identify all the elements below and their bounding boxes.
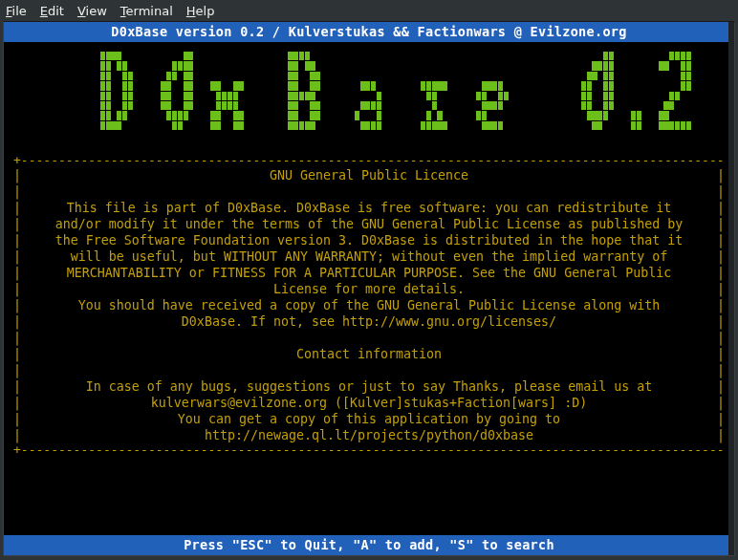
licence-line: |Contact information| [13,346,725,362]
menu-view[interactable]: View [77,4,107,18]
licence-text: This file is part of D0xBase. D0xBase is… [23,200,715,216]
licence-text: kulverwars@evilzone.org ([Kulver]stukas+… [23,395,715,411]
licence-line: |In case of any bugs, suggestions or jus… [13,378,725,395]
menu-terminal[interactable]: Terminal [120,4,173,18]
title-bar: D0xBase version 0.2 / Kulverstukas && Fa… [4,22,734,42]
key-a: "A" [353,537,377,552]
ascii-logo [4,42,734,137]
licence-line: || [13,362,725,378]
scrollbar[interactable] [728,22,734,555]
licence-text: D0xBase. If not, see http://www.gnu.org/… [23,313,715,330]
status-text: to add, [377,537,449,552]
terminal-window: D0xBase version 0.2 / Kulverstukas && Fa… [3,21,735,556]
licence-text: You should have received a copy of the G… [23,297,715,313]
licence-text: MERCHANTABILITY or FITNESS FOR A PARTICU… [23,265,715,281]
licence-line: |You should have received a copy of the … [13,297,725,313]
status-text: Press [184,537,232,552]
status-text: to Quit, [272,537,353,552]
menu-edit[interactable]: Edit [40,4,64,18]
licence-line: |You can get a copy of this application … [13,411,725,427]
box-border-top: +---------------------------------------… [13,154,725,167]
status-text: to search [474,537,554,552]
licence-line: |will be useful, but WITHOUT ANY WARRANT… [13,248,725,265]
licence-text: Contact information [23,346,715,362]
licence-line: |MERCHANTABILITY or FITNESS FOR A PARTIC… [13,265,725,281]
licence-title: GNU General Public Licence [23,167,715,183]
licence-text: In case of any bugs, suggestions or just… [23,378,715,395]
licence-text: You can get a copy of this application b… [23,411,715,427]
licence-text: http://newage.ql.lt/projects/python/d0xb… [23,427,715,443]
licence-box: +---------------------------------------… [13,154,725,457]
licence-line: |GNU General Public Licence| [13,167,725,183]
key-s: "S" [449,537,473,552]
licence-text: License for more details. [23,281,715,297]
menu-help[interactable]: Help [186,4,215,18]
licence-text: will be useful, but WITHOUT ANY WARRANTY… [23,248,715,265]
menubar: File Edit View Terminal Help [0,0,738,21]
key-esc: "ESC" [232,537,272,552]
licence-line: |License for more details.| [13,281,725,297]
box-border-bottom: +---------------------------------------… [13,443,725,457]
status-bar: Press "ESC" to Quit, "A" to add, "S" to … [4,535,734,555]
licence-line: |This file is part of D0xBase. D0xBase i… [13,200,725,216]
licence-line: |kulverwars@evilzone.org ([Kulver]stukas… [13,395,725,411]
licence-line: |the Free Software Foundation version 3.… [13,232,725,248]
licence-line: |http://newage.ql.lt/projects/python/d0x… [13,427,725,443]
licence-line: |and/or modify it under the terms of the… [13,216,725,232]
licence-line: || [13,330,725,346]
licence-text: the Free Software Foundation version 3. … [23,232,715,248]
licence-text: and/or modify it under the terms of the … [23,216,715,232]
menu-file[interactable]: File [6,4,27,18]
licence-line: |D0xBase. If not, see http://www.gnu.org… [13,313,725,330]
licence-line: || [13,183,725,200]
